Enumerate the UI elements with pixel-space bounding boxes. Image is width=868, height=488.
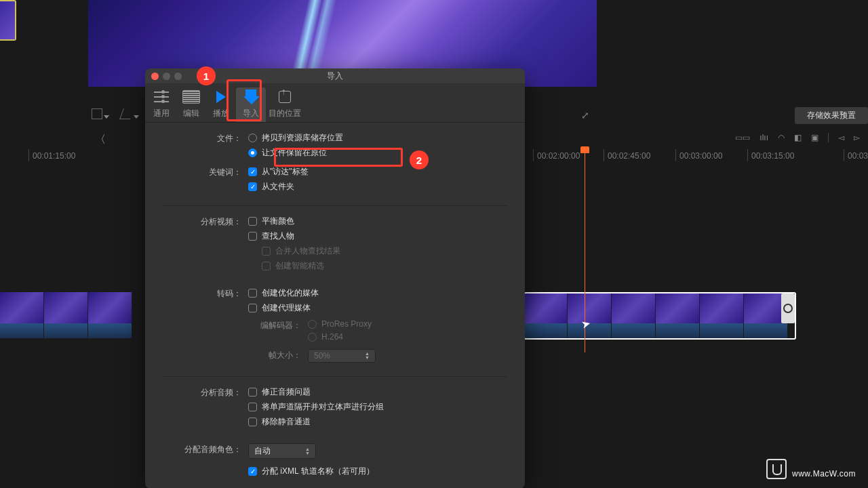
- trim-tool-icon[interactable]: [121, 108, 139, 121]
- assign-roles-label: 分配音频角色：: [163, 443, 248, 455]
- ruler-tick: 00:02:45:00: [608, 151, 650, 161]
- next-edit-icon[interactable]: ▻: [854, 133, 860, 142]
- ruler-tick: 00:02:00:00: [537, 151, 580, 161]
- checkbox-balance-color[interactable]: 平衡颜色: [248, 216, 507, 227]
- watermark-logo-icon: [766, 459, 787, 479]
- checkbox-create-proxy[interactable]: 创建代理媒体: [248, 302, 507, 314]
- headphones-icon[interactable]: ◠: [778, 133, 785, 142]
- save-effect-preset-button[interactable]: 存储效果预置: [795, 107, 868, 124]
- clip-end-marker[interactable]: [781, 293, 795, 323]
- preferences-dialog: 导入 通用 编辑 播放 导入 目的位置 文件： 拷贝到资源库储存位置 让文件保留…: [145, 68, 525, 488]
- frame-size-select: 50%▲▼: [308, 349, 376, 363]
- codec-label: 编解码器：: [248, 319, 308, 331]
- ruler-tick: 00:01:15:00: [33, 151, 75, 161]
- keywords-label: 关键词：: [163, 166, 248, 178]
- files-label: 文件：: [163, 132, 248, 144]
- timeline-view-options: ▭▭ ılıı ◠ ◧ ▣ ◅ ▻: [735, 133, 860, 142]
- checkbox-finder-tags[interactable]: 从"访达"标签: [248, 166, 507, 178]
- tab-editing[interactable]: 编辑: [176, 87, 206, 122]
- analyze-audio-label: 分析音频：: [163, 386, 248, 399]
- checkbox-fix-audio[interactable]: 修正音频问题: [248, 386, 507, 398]
- checkbox-from-folders[interactable]: 从文件夹: [248, 181, 507, 192]
- snapping-icon[interactable]: ▣: [811, 133, 818, 142]
- watermark: www.MacW.com: [766, 459, 856, 481]
- checkbox-smart-collections: 创建智能精选: [248, 260, 507, 272]
- crop-tool-icon[interactable]: [92, 108, 109, 121]
- radio-prores-proxy: ProRes Proxy: [308, 319, 507, 329]
- index-icon[interactable]: ▭▭: [735, 133, 750, 142]
- audio-meters-icon[interactable]: ılıı: [760, 133, 768, 142]
- history-back-icon[interactable]: 〈: [95, 133, 106, 147]
- prev-edit-icon[interactable]: ◅: [838, 133, 844, 142]
- timeline-toolbar: [92, 108, 139, 121]
- checkbox-consolidate-people: 合并人物查找结果: [248, 245, 507, 257]
- checkbox-assign-ixml[interactable]: 分配 iXML 轨道名称（若可用）: [248, 466, 507, 477]
- radio-h264: H.264: [308, 332, 507, 342]
- checkbox-remove-silent[interactable]: 移除静音通道: [248, 416, 507, 428]
- radio-copy-to-library[interactable]: 拷贝到资源库储存位置: [248, 132, 507, 144]
- expand-icon[interactable]: ⤢: [581, 110, 589, 121]
- dialog-title: 导入: [145, 70, 525, 82]
- preferences-tabs: 通用 编辑 播放 导入 目的位置: [145, 83, 525, 123]
- skimming-icon[interactable]: ◧: [794, 133, 802, 142]
- radio-leave-in-place[interactable]: 让文件保留在原位: [248, 147, 507, 159]
- dialog-titlebar[interactable]: 导入: [145, 68, 525, 83]
- ruler-tick: 00:03:00:00: [679, 151, 722, 161]
- ruler-tick: 00:03: [848, 151, 868, 161]
- browser-thumbnail[interactable]: [0, 0, 16, 41]
- checkbox-create-optimized[interactable]: 创建优化的媒体: [248, 287, 507, 299]
- tab-general[interactable]: 通用: [146, 87, 176, 122]
- frame-size-label: 帧大小：: [248, 349, 308, 361]
- tab-import[interactable]: 导入: [236, 87, 266, 122]
- assign-roles-select[interactable]: 自动▲▼: [248, 443, 316, 459]
- tab-destinations[interactable]: 目的位置: [266, 87, 304, 122]
- ruler-tick: 00:03:15:00: [751, 151, 794, 161]
- transcode-label: 转码：: [163, 287, 248, 300]
- tab-playback[interactable]: 播放: [206, 87, 236, 122]
- checkbox-separate-mono[interactable]: 将单声道隔开并对立体声进行分组: [248, 401, 507, 413]
- checkbox-find-people[interactable]: 查找人物: [248, 230, 507, 242]
- analyze-video-label: 分析视频：: [163, 216, 248, 228]
